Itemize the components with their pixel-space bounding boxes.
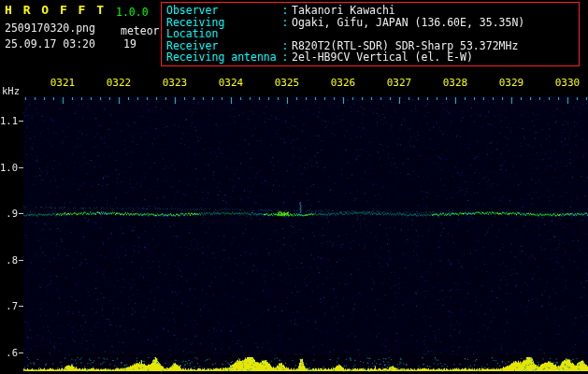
- time-label: 0329: [493, 77, 530, 89]
- hrofft-screen: H R O F F T 1.0.0 2509170320.png meteor …: [0, 0, 588, 374]
- info-colon: :: [279, 5, 292, 17]
- info-value: Takanori Kawachi: [292, 5, 395, 17]
- time-label: 0323: [156, 77, 194, 89]
- freq-unit-label: kHz: [2, 85, 20, 96]
- mode-label: meteor: [121, 24, 160, 37]
- freq-label: 1.1: [0, 115, 18, 126]
- info-label: Receiving Location: [166, 17, 279, 40]
- time-label: 0330: [549, 77, 586, 89]
- time-label: 0321: [44, 77, 81, 89]
- info-label: Observer: [166, 5, 279, 17]
- info-row-antenna: Receiving antenna : 2el-HB9CV Vertical (…: [166, 51, 574, 64]
- time-label: 0322: [100, 77, 137, 89]
- time-label: 0328: [437, 77, 474, 89]
- time-label: 0325: [268, 77, 306, 89]
- echo-count: 19: [123, 37, 136, 50]
- freq-label: .6: [0, 347, 18, 358]
- observation-datetime: 25.09.17 03:20: [5, 37, 95, 50]
- station-info-box: Observer : Takanori Kawachi Receiving Lo…: [161, 2, 580, 66]
- info-colon: :: [279, 51, 292, 64]
- info-value: Ogaki, Gifu, JAPAN (136.60E, 35.35N): [292, 17, 524, 40]
- info-row-location: Receiving Location : Ogaki, Gifu, JAPAN …: [166, 17, 574, 40]
- freq-label: .7: [0, 300, 18, 311]
- info-value: 2el-HB9CV Vertical (el. E-W): [292, 51, 473, 64]
- time-label: 0324: [212, 77, 250, 89]
- info-label: Receiving antenna: [166, 51, 279, 64]
- freq-label: .9: [0, 208, 18, 219]
- output-filename: 2509170320.png: [5, 22, 95, 35]
- freq-label: .8: [0, 254, 18, 266]
- app-version: 1.0.0: [116, 6, 149, 19]
- info-row-observer: Observer : Takanori Kawachi: [166, 5, 574, 17]
- time-label: 0326: [324, 77, 362, 89]
- freq-label: 1.0: [0, 162, 18, 173]
- info-colon: :: [279, 17, 292, 40]
- app-title: H R O F F T: [5, 3, 106, 17]
- time-label: 0327: [380, 77, 418, 89]
